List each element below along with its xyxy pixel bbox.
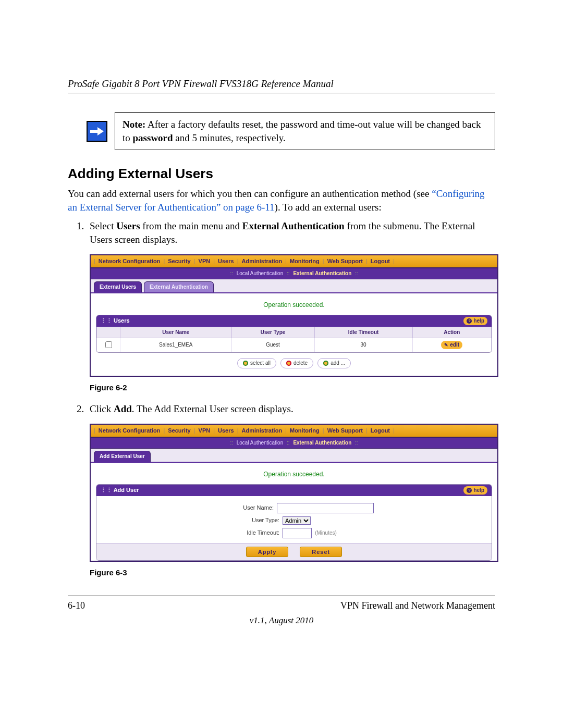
menu-item[interactable]: Network Configuration [99, 257, 161, 265]
tab-external-users[interactable]: External Users [94, 281, 142, 292]
select-all-button[interactable]: select all [237, 358, 276, 368]
note-text-b: and 5 minutes, respectively. [173, 132, 286, 143]
panel-title: ⋮⋮ Users [101, 317, 130, 325]
menu-item-active[interactable]: Users [218, 257, 234, 265]
submenu-item[interactable]: Local Authentication [237, 440, 284, 446]
note-label: Note: [123, 119, 145, 130]
button-row: select all delete add ... [96, 353, 492, 369]
apply-button[interactable]: Apply [246, 547, 289, 557]
help-button[interactable]: help [463, 317, 487, 325]
section-heading: Adding External Users [68, 166, 495, 182]
delete-icon [286, 361, 291, 366]
intro-a: You can add external users for which you… [68, 188, 432, 199]
cell-username: Sales1_EMEA [120, 338, 232, 352]
add-user-form: User Name: User Type: Admin [96, 496, 492, 543]
tab-external-auth[interactable]: External Authentication [144, 281, 214, 292]
table-row: Sales1_EMEA Guest 30 edit [97, 338, 492, 352]
action-bar: Apply Reset [96, 543, 492, 560]
header-rule [68, 93, 495, 93]
footer-line: 6-10 VPN Firewall and Network Management [68, 600, 495, 611]
figure-6-3: | Network Configuration| Security| VPN| … [90, 424, 498, 562]
intro-b: ). To add an external users: [275, 202, 382, 213]
add-user-panel: ⋮⋮ Add User help User Name: [96, 484, 492, 561]
menu-item[interactable]: Logout [371, 257, 390, 265]
input-idle-timeout[interactable] [283, 528, 312, 538]
col-usertype: User Type [231, 327, 314, 338]
menu-item[interactable]: Web Support [327, 427, 363, 435]
check-icon [243, 361, 248, 366]
submenu-item-active[interactable]: External Authentication [293, 440, 351, 446]
col-username: User Name [120, 327, 232, 338]
main-menu: | Network Configuration| Security| VPN| … [91, 425, 497, 438]
edit-button[interactable]: edit [441, 341, 462, 349]
btn-label: select all [250, 360, 271, 367]
submenu-item[interactable]: Local Authentication [237, 270, 284, 276]
status-text: Operation succeeded. [96, 467, 492, 484]
menu-item[interactable]: VPN [199, 257, 211, 265]
s2-c: . The Add External User screen displays. [132, 403, 293, 414]
main-menu: | Network Configuration| Security| VPN| … [91, 255, 497, 268]
users-table: User Name User Type Idle Timeout Action … [96, 327, 492, 352]
menu-item[interactable]: VPN [199, 427, 211, 435]
btn-label: delete [293, 360, 308, 367]
menu-item-active[interactable]: Users [218, 427, 234, 435]
step-1: Select Users from the main menu and Exte… [87, 219, 495, 393]
intro-paragraph: You can add external users for which you… [68, 187, 495, 214]
figure-caption-2: Figure 6-3 [90, 567, 495, 578]
footer-version: v1.1, August 2010 [68, 615, 495, 626]
help-button[interactable]: help [463, 486, 487, 495]
step-2: Click Add. The Add External User screen … [87, 402, 495, 578]
minutes-hint: (Minutes) [315, 529, 337, 537]
row-checkbox[interactable] [105, 341, 112, 348]
status-text: Operation succeeded. [96, 298, 492, 315]
menu-item[interactable]: Security [168, 427, 190, 435]
steps-list: Select Users from the main menu and Exte… [68, 219, 495, 578]
note-box: Note: After a factory defaults reset, th… [87, 112, 495, 150]
s1-users: Users [116, 220, 140, 231]
menu-item[interactable]: Administration [241, 427, 282, 435]
sub-menu: :: Local Authentication :: External Auth… [91, 438, 497, 449]
cell-usertype: Guest [231, 338, 314, 352]
menu-item[interactable]: Security [168, 257, 190, 265]
label-username: User Name: [180, 504, 274, 512]
figure-caption-1: Figure 6-2 [90, 382, 495, 393]
footer-section: VPN Firewall and Network Management [340, 600, 495, 611]
submenu-item-active[interactable]: External Authentication [293, 270, 351, 276]
s1-c: from the main menu and [140, 220, 242, 231]
tab-bar: Add External User [91, 449, 497, 463]
s2-a: Click [90, 403, 114, 414]
input-username[interactable] [277, 503, 374, 513]
add-icon [323, 361, 328, 366]
note-bold: password [133, 132, 173, 143]
tab-bar: External Users External Authentication [91, 279, 497, 293]
label-idle-timeout: Idle Timeout: [186, 529, 279, 537]
sub-menu: :: Local Authentication :: External Auth… [91, 268, 497, 279]
s1-a: Select [90, 220, 116, 231]
delete-button[interactable]: delete [280, 358, 313, 368]
s1-extauth: External Authentication [242, 220, 345, 231]
menu-item[interactable]: Logout [371, 427, 390, 435]
footer-rule [68, 596, 495, 596]
panel-title-text: Add User [114, 487, 139, 493]
btn-label: add ... [331, 360, 345, 367]
menu-item[interactable]: Network Configuration [99, 427, 161, 435]
page-number: 6-10 [68, 600, 85, 611]
cell-timeout: 30 [314, 338, 412, 352]
menu-item[interactable]: Monitoring [290, 257, 320, 265]
s2-add: Add [114, 403, 132, 414]
reset-button[interactable]: Reset [300, 547, 342, 557]
note-text: Note: After a factory defaults reset, th… [115, 112, 495, 150]
doc-header-title: ProSafe Gigabit 8 Port VPN Firewall FVS3… [68, 78, 495, 90]
users-panel: ⋮⋮ Users help User Name User Type Idle T… [96, 315, 492, 353]
panel-title: ⋮⋮ Add User [101, 486, 139, 494]
figure-6-2: | Network Configuration| Security| VPN| … [90, 254, 498, 377]
add-button[interactable]: add ... [317, 358, 351, 368]
menu-item[interactable]: Administration [241, 257, 282, 265]
select-usertype[interactable]: Admin [283, 516, 311, 525]
arrow-right-icon [87, 121, 107, 142]
tab-add-external-user[interactable]: Add External User [94, 451, 151, 462]
col-action: Action [412, 327, 491, 338]
menu-item[interactable]: Monitoring [290, 427, 320, 435]
menu-item[interactable]: Web Support [327, 257, 363, 265]
label-usertype: User Type: [186, 516, 279, 524]
